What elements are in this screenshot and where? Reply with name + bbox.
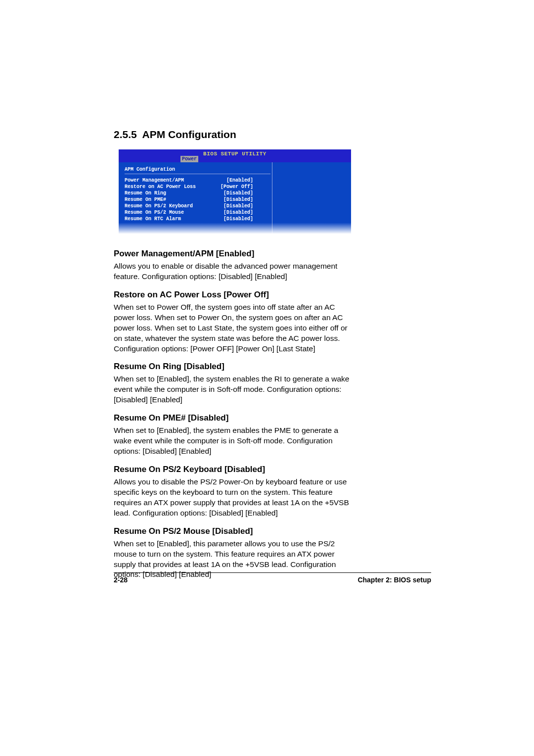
desc-block: Resume On PME# [Disabled] When set to [E… — [114, 413, 431, 457]
desc-heading: Resume On PME# [Disabled] — [114, 413, 431, 423]
bios-row-label: Restore on AC Power Loss — [125, 184, 196, 190]
bios-header: BIOS SETUP UTILITY Power — [119, 149, 351, 162]
bios-row: Restore on AC Power Loss [Power Off] — [125, 184, 253, 190]
section-heading-text: APM Configuration — [142, 129, 236, 140]
bios-row-label: Resume On PME# — [125, 196, 166, 203]
bios-screenshot: BIOS SETUP UTILITY Power APM Configurati… — [119, 149, 351, 234]
bios-tab-power: Power — [180, 156, 198, 162]
bios-row-value: [Power Off] — [221, 184, 253, 190]
bios-body: APM Configuration Power Management/APM [… — [119, 162, 351, 234]
bios-row: Resume On RTC Alarm [Disabled] — [125, 216, 253, 222]
desc-block: Restore on AC Power Loss [Power Off] Whe… — [114, 290, 431, 354]
bios-row: Resume On PS/2 Mouse [Disabled] — [125, 209, 253, 216]
bios-row-label: Resume On RTC Alarm — [125, 216, 181, 222]
desc-block: Resume On Ring [Disabled] When set to [E… — [114, 362, 431, 405]
desc-heading: Restore on AC Power Loss [Power Off] — [114, 290, 431, 300]
bios-row: Resume On PME# [Disabled] — [125, 196, 253, 203]
section-title: 2.5.5 APM Configuration — [114, 129, 431, 141]
bios-panel-title: APM Configuration — [125, 166, 270, 174]
bios-left-panel: APM Configuration Power Management/APM [… — [119, 162, 272, 234]
page-footer: 2-28 Chapter 2: BIOS setup — [114, 572, 431, 584]
desc-body: When set to Power Off, the system goes i… — [114, 302, 356, 354]
bios-row: Resume On Ring [Disabled] — [125, 190, 253, 196]
bios-row-label: Power Management/APM — [125, 177, 184, 184]
desc-body: When set to [Enabled], the system enable… — [114, 374, 356, 405]
bios-row-label: Resume On Ring — [125, 190, 166, 196]
desc-body: When set to [Enabled], the system enable… — [114, 425, 356, 457]
bios-row-value: [Disabled] — [223, 196, 253, 203]
chapter-label: Chapter 2: BIOS setup — [357, 576, 431, 584]
bios-row-value: [Disabled] — [223, 190, 253, 196]
desc-body: Allows you to enable or disable the adva… — [114, 261, 356, 282]
desc-block: Resume On PS/2 Keyboard [Disabled] Allow… — [114, 465, 431, 519]
bios-right-panel — [272, 162, 351, 234]
bios-header-title: BIOS SETUP UTILITY — [119, 149, 351, 157]
document-page: 2.5.5 APM Configuration BIOS SETUP UTILI… — [0, 0, 534, 756]
bios-row: Power Management/APM [Enabled] — [125, 177, 253, 184]
desc-heading: Power Management/APM [Enabled] — [114, 249, 431, 259]
desc-heading: Resume On Ring [Disabled] — [114, 362, 431, 372]
bios-row-value: [Enabled] — [226, 177, 253, 184]
page-number: 2-28 — [114, 576, 128, 584]
desc-body: Allows you to disable the PS/2 Power-On … — [114, 477, 356, 519]
bios-row: Resume On PS/2 Keyboard [Disabled] — [125, 203, 253, 209]
section-number: 2.5.5 — [114, 129, 137, 140]
bios-row-label: Resume On PS/2 Mouse — [125, 209, 184, 216]
desc-block: Power Management/APM [Enabled] Allows yo… — [114, 249, 431, 282]
bios-row-value: [Disabled] — [223, 209, 253, 216]
desc-heading: Resume On PS/2 Mouse [Disabled] — [114, 526, 431, 536]
bios-row-value: [Disabled] — [223, 216, 253, 222]
bios-row-label: Resume On PS/2 Keyboard — [125, 203, 193, 209]
bios-row-value: [Disabled] — [223, 203, 253, 209]
desc-heading: Resume On PS/2 Keyboard [Disabled] — [114, 465, 431, 474]
